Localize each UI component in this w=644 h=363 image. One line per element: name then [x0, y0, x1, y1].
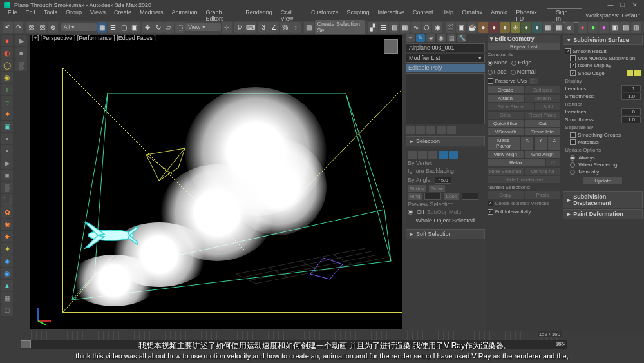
- isoline-checkbox[interactable]: [570, 63, 576, 68]
- loop-spinner[interactable]: [462, 193, 478, 200]
- menu-tools[interactable]: Tools: [40, 8, 61, 23]
- attach-button[interactable]: Attach: [488, 95, 524, 102]
- arrow-icon[interactable]: ▶: [15, 35, 27, 46]
- selection-rollout-header[interactable]: ▸ Selection: [406, 136, 485, 146]
- show-end-result-icon[interactable]: [416, 126, 425, 134]
- stop-icon[interactable]: ■: [15, 47, 27, 59]
- render-smooth-spinner[interactable]: 1.0: [621, 116, 641, 123]
- planar-x-button[interactable]: X: [521, 137, 533, 150]
- phoenix-tool-20[interactable]: ▲: [1, 280, 13, 291]
- menu-content[interactable]: Content: [409, 8, 437, 23]
- phoenix-tool-12[interactable]: ▒: [1, 182, 13, 193]
- sign-in-button[interactable]: Sign In: [547, 8, 582, 23]
- named-selection-icon[interactable]: ▤: [304, 22, 314, 33]
- update-manually-radio[interactable]: [570, 170, 575, 175]
- constraint-none-radio[interactable]: [488, 61, 493, 66]
- planar-y-button[interactable]: Y: [535, 137, 547, 150]
- rendered-frame-icon[interactable]: ▣: [456, 22, 466, 33]
- shrink-button[interactable]: Shrink: [408, 185, 426, 192]
- preserve-uv-checkbox[interactable]: [488, 78, 493, 84]
- phoenix-tool-11[interactable]: ■: [1, 170, 13, 181]
- slice-button[interactable]: Slice: [488, 112, 524, 119]
- phoenix-tool-5[interactable]: ☼: [1, 96, 13, 108]
- element-subobj-icon[interactable]: [449, 151, 458, 159]
- fx-icon[interactable]: ▤: [620, 22, 630, 33]
- vertex-subobj-icon[interactable]: [408, 151, 417, 159]
- unhide-all-button[interactable]: Unhide All: [525, 168, 561, 175]
- scale-icon[interactable]: ▱: [164, 22, 175, 33]
- modifier-stack[interactable]: [406, 73, 485, 124]
- grow-button[interactable]: Grow: [429, 185, 445, 192]
- fx-icon[interactable]: ▦: [543, 22, 553, 33]
- object-name-field[interactable]: Airplane 003_001: [406, 43, 485, 52]
- fx-icon[interactable]: ◈: [564, 22, 574, 33]
- ring-button[interactable]: Ring: [408, 193, 422, 200]
- material-editor-icon[interactable]: ◉: [432, 22, 442, 33]
- menu-graph-editors[interactable]: Graph Editors: [202, 8, 241, 23]
- phoenix-tool-9[interactable]: •: [1, 145, 13, 157]
- update-button[interactable]: Update: [583, 177, 622, 184]
- stack-editable-poly[interactable]: Editable Poly: [406, 64, 485, 72]
- placement-icon[interactable]: ⬚: [175, 22, 185, 33]
- sep-smoothing-groups-checkbox[interactable]: [570, 132, 576, 138]
- utilities-tab-icon[interactable]: 🔧: [457, 34, 466, 42]
- phoenix-tool-2[interactable]: ◯: [1, 59, 13, 71]
- schematic-view-icon[interactable]: ⬡: [422, 22, 432, 33]
- rotate-icon[interactable]: ↻: [153, 22, 164, 33]
- remove-modifier-icon[interactable]: [437, 126, 446, 134]
- fx-icon[interactable]: ▦: [554, 22, 564, 33]
- phoenix-tool-19[interactable]: ◉: [1, 268, 13, 279]
- constraint-normal-radio[interactable]: [511, 70, 516, 75]
- phoenix-tool-6[interactable]: ✦: [1, 108, 13, 120]
- phoenix-tool-4[interactable]: +: [1, 84, 13, 95]
- constraint-face-radio[interactable]: [488, 70, 493, 75]
- tessellate-button[interactable]: Tessellate: [525, 128, 561, 135]
- subdiv-displacement-header[interactable]: ▸ Subdivision Displacement: [563, 191, 643, 208]
- update-rendering-radio[interactable]: [570, 162, 575, 168]
- fx-icon[interactable]: ☀: [511, 22, 521, 33]
- toggle-ribbon-icon[interactable]: ▦: [400, 22, 410, 33]
- update-always-radio[interactable]: [570, 155, 575, 161]
- fx-icon[interactable]: ●: [489, 22, 499, 33]
- by-vertex-checkbox[interactable]: By Vertex: [408, 160, 483, 166]
- cage-color-b[interactable]: [634, 70, 641, 76]
- fx-icon[interactable]: ●: [588, 22, 598, 33]
- phoenix-tool-17[interactable]: ✦: [1, 243, 13, 255]
- sep-materials-checkbox[interactable]: [570, 139, 576, 145]
- menu-views[interactable]: Views: [86, 8, 109, 23]
- edit-geometry-header[interactable]: ▾ Edit Geometry: [488, 35, 561, 43]
- msmooth-button[interactable]: MSmooth: [488, 128, 524, 135]
- unlink-icon[interactable]: ⛓: [37, 22, 48, 33]
- loop-button[interactable]: Loop: [444, 193, 459, 200]
- keyboard-shortcut-icon[interactable]: ⌨: [245, 22, 256, 33]
- fx-icon[interactable]: ●: [532, 22, 542, 33]
- iterations-spinner[interactable]: 1: [621, 85, 641, 92]
- split-button[interactable]: Split: [535, 103, 560, 110]
- edge-subobj-icon[interactable]: [418, 151, 427, 159]
- paste-named-button[interactable]: Paste: [525, 191, 561, 199]
- named-selection-dropdown[interactable]: Create Selection Se: [315, 20, 365, 34]
- select-region-icon[interactable]: ▢: [118, 22, 129, 33]
- menu-phoenix-fd[interactable]: Phoenix FD: [512, 8, 546, 23]
- select-object-icon[interactable]: ▦: [97, 22, 108, 33]
- smooth-result-checkbox[interactable]: [565, 48, 571, 54]
- menu-ornatrix[interactable]: Ornatrix: [458, 8, 486, 23]
- ignore-backfacing-checkbox[interactable]: Ignore Backfacing: [408, 168, 483, 174]
- fx-icon[interactable]: ▥: [631, 22, 641, 33]
- ref-coord-dropdown[interactable]: View ▾: [185, 23, 221, 31]
- viewport-label[interactable]: [+] [Perspective ] [Performance ] [Edged…: [32, 35, 156, 41]
- bind-icon[interactable]: ⊗: [48, 22, 58, 33]
- menu-help[interactable]: Help: [438, 8, 458, 23]
- snap-3d-icon[interactable]: 3: [258, 22, 269, 33]
- fx-icon[interactable]: ●: [478, 22, 489, 33]
- show-cage-checkbox[interactable]: [570, 70, 576, 76]
- smoothness-spinner[interactable]: 1.0: [621, 93, 641, 100]
- configure-sets-icon[interactable]: [447, 126, 456, 134]
- collapse-button[interactable]: Collapse: [525, 86, 561, 93]
- grid-align-button[interactable]: Grid Align: [525, 151, 561, 158]
- make-planar-button[interactable]: Make Planar: [488, 137, 520, 150]
- align-icon[interactable]: ☰: [379, 22, 389, 33]
- detach-button[interactable]: Detach: [525, 95, 561, 102]
- cut-button[interactable]: Cut: [525, 120, 561, 127]
- subdiv-surface-header[interactable]: ▾ Subdivision Surface: [563, 35, 643, 45]
